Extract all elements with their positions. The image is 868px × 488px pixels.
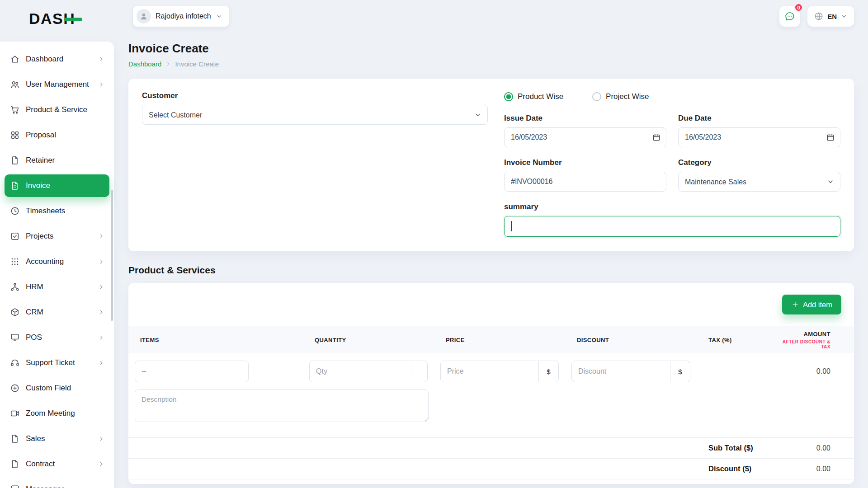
sidebar-item-label: Invoice [26, 181, 50, 190]
sidebar-item-custom-field[interactable]: Custom Field [5, 377, 109, 399]
project-wise-option[interactable]: Project Wise [592, 92, 649, 101]
quantity-input[interactable] [309, 361, 412, 382]
sidebar-item-timesheets[interactable]: Timesheets [5, 200, 109, 222]
col-header-discount: DISCOUNT [565, 337, 697, 343]
sidebar-item-label: CRM [26, 308, 43, 317]
headset-icon [10, 358, 20, 368]
sidebar-item-messenger[interactable]: Messenger [5, 478, 109, 488]
customer-field: Customer Select Customer [142, 91, 488, 237]
sidebar-item-label: Zoom Meeting [26, 409, 75, 418]
sidebar-item-label: Timesheets [26, 206, 65, 216]
file-icon [10, 155, 20, 165]
product-wise-label: Product Wise [518, 92, 563, 101]
sidebar-item-hrm[interactable]: HRM [5, 276, 109, 298]
chevron-right-icon [98, 359, 105, 366]
due-date-input[interactable] [678, 127, 840, 147]
customer-select[interactable]: Select Customer [142, 105, 488, 125]
sidebar-item-dashboard[interactable]: Dashboard [5, 48, 109, 70]
invoice-number-input[interactable] [504, 172, 666, 192]
messages-button[interactable]: 0 [779, 6, 800, 27]
hierarchy-icon [10, 282, 20, 292]
description-input[interactable] [135, 389, 429, 422]
customer-label: Customer [142, 91, 488, 100]
sidebar-item-label: User Management [26, 80, 89, 89]
language-code: EN [827, 13, 837, 20]
add-item-button[interactable]: Add item [782, 295, 841, 314]
chevron-down-icon [216, 13, 223, 20]
col-header-tax: TAX (%) [697, 337, 778, 343]
chevron-down-icon [840, 13, 848, 20]
page-title: Invoice Create [128, 42, 854, 56]
plus-circle-icon [10, 383, 20, 393]
sidebar-item-label: Sales [26, 434, 45, 443]
invoice-number-field: Invoice Number [504, 158, 666, 192]
sidebar-item-sales[interactable]: Sales [5, 427, 109, 450]
discount-input[interactable] [571, 361, 670, 382]
message-icon [10, 484, 20, 488]
invoice-form-card: Customer Select Customer Product Wise Pr… [128, 79, 854, 251]
box-icon [10, 307, 20, 317]
sidebar-item-zoom-meeting[interactable]: Zoom Meeting [5, 402, 109, 425]
sidebar-item-product-service[interactable]: Product & Service [5, 99, 109, 121]
sidebar-scrollbar[interactable] [111, 190, 113, 321]
col-header-items: ITEMS [128, 337, 303, 343]
sidebar-item-retainer[interactable]: Retainer [5, 149, 109, 172]
issue-date-input[interactable] [504, 127, 666, 147]
workspace-selector[interactable]: Rajodiya infotech [133, 6, 229, 27]
sidebar-item-invoice[interactable]: Invoice [5, 174, 109, 197]
col-header-price: PRICE [434, 337, 565, 343]
due-date-field: Due Date [678, 114, 840, 147]
total-row-discount: Discount ($)0.00 [128, 459, 854, 479]
total-value: 0.00 [778, 444, 854, 452]
price-currency-addon: $ [539, 361, 559, 382]
video-icon [10, 408, 20, 418]
topbar: Rajodiya infotech 0 EN [114, 0, 868, 33]
sidebar-item-proposal[interactable]: Proposal [5, 124, 109, 146]
file-icon [10, 434, 20, 444]
product-wise-option[interactable]: Product Wise [504, 92, 563, 101]
sidebar-item-support-ticket[interactable]: Support Ticket [5, 352, 109, 374]
price-input[interactable] [440, 361, 539, 382]
chevron-right-icon [98, 309, 105, 316]
discount-currency-addon: $ [670, 361, 690, 382]
issue-date-label: Issue Date [504, 114, 666, 123]
issue-date-field: Issue Date [504, 114, 666, 147]
sidebar-item-accounting[interactable]: Accounting [5, 250, 109, 273]
col-header-quantity: QUANTITY [303, 337, 434, 343]
chevron-right-icon [98, 460, 105, 468]
chevron-right-icon [98, 81, 105, 88]
project-wise-radio[interactable] [592, 92, 601, 101]
total-label: Sub Total ($) [697, 444, 778, 452]
amount-subheader: AFTER DISCOUNT & TAX [778, 339, 830, 349]
sidebar-item-user-management[interactable]: User Management [5, 73, 109, 96]
sidebar-item-pos[interactable]: POS [5, 326, 109, 349]
products-section-title: Product & Services [128, 265, 854, 276]
total-value: 0.00 [778, 465, 854, 473]
sidebar-item-projects[interactable]: Projects [5, 225, 109, 248]
summary-input[interactable] [504, 216, 840, 237]
language-selector[interactable]: EN [807, 6, 854, 27]
quantity-addon [412, 361, 428, 382]
category-select[interactable]: Maintenance Sales [678, 172, 840, 192]
sidebar-item-label: Proposal [26, 131, 56, 140]
breadcrumb-dashboard-link[interactable]: Dashboard [128, 60, 161, 68]
chat-icon [784, 11, 795, 22]
chevron-right-icon [98, 258, 105, 265]
chevron-right-icon [98, 283, 105, 291]
app-logo[interactable]: DASH [29, 10, 82, 28]
sidebar-item-label: Projects [26, 232, 53, 241]
invoice-icon [10, 181, 20, 191]
invoice-number-label: Invoice Number [504, 158, 666, 167]
sidebar-item-crm[interactable]: CRM [5, 301, 109, 324]
item-select-input[interactable] [135, 361, 249, 382]
amount-value: 0.00 [778, 361, 854, 382]
add-item-label: Add item [803, 300, 832, 309]
logo-dash-icon [64, 18, 82, 21]
totals-section: Sub Total ($)0.00Discount ($)0.00 [128, 437, 854, 479]
sidebar-item-contract[interactable]: Contract [5, 453, 109, 475]
workspace-name: Rajodiya infotech [156, 12, 211, 20]
sidebar-item-label: Contract [26, 460, 55, 469]
product-wise-radio[interactable] [504, 92, 513, 101]
sidebar-item-label: Messenger [26, 485, 64, 488]
sidebar-item-label: Accounting [26, 257, 64, 266]
